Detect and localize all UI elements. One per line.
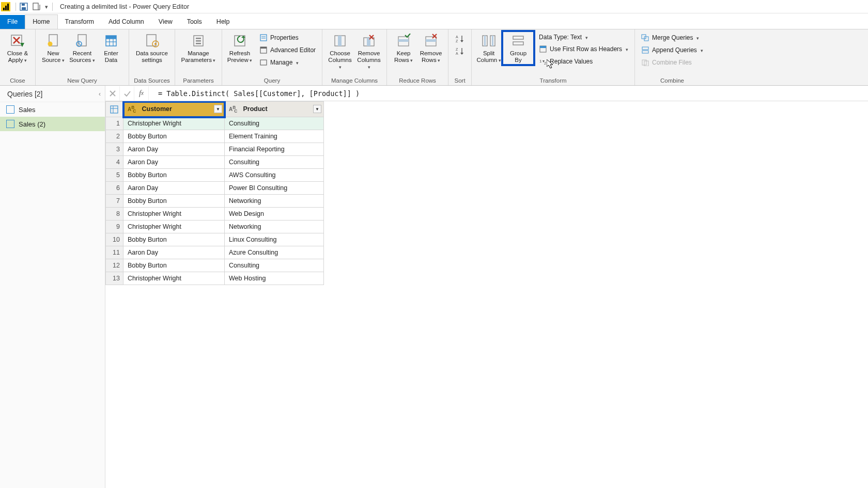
- table-row[interactable]: 13Christopher WrightWeb Hosting: [106, 272, 324, 285]
- cell-customer[interactable]: Aaron Day: [123, 143, 225, 156]
- cell-product[interactable]: Web Hosting: [225, 272, 324, 285]
- cell-product[interactable]: Networking: [225, 195, 324, 208]
- tab-file[interactable]: File: [0, 15, 25, 29]
- combine-files-button[interactable]: Combine Files: [638, 57, 706, 68]
- query-item[interactable]: Sales: [0, 102, 105, 117]
- svg-rect-31: [260, 35, 267, 41]
- merge-queries-button[interactable]: Merge Queries: [638, 33, 706, 43]
- tab-home[interactable]: Home: [25, 14, 57, 29]
- table-row[interactable]: 10Bobby BurtonLinux Consulting: [106, 233, 324, 246]
- table-row[interactable]: 9Christopher WrightNetworking: [106, 221, 324, 233]
- cell-customer[interactable]: Aaron Day: [123, 182, 225, 195]
- formula-cancel-button[interactable]: [105, 86, 120, 101]
- new-source-button[interactable]: New Source: [39, 32, 68, 65]
- column-filter-icon[interactable]: ▼: [214, 105, 222, 113]
- svg-rect-26: [196, 38, 201, 39]
- query-item[interactable]: Sales (2): [0, 117, 105, 131]
- cell-product[interactable]: Networking: [225, 221, 324, 233]
- formula-text[interactable]: = Table.Distinct( Sales[[Customer], [Pro…: [149, 89, 360, 98]
- enter-data-button[interactable]: Enter Data: [97, 32, 126, 65]
- table-row[interactable]: 2Bobby BurtonElement Training: [106, 130, 324, 143]
- cell-product[interactable]: Financial Reporting: [225, 143, 324, 156]
- column-header-product[interactable]: ABC Product ▼: [225, 102, 324, 117]
- tab-transform[interactable]: Transform: [58, 15, 102, 29]
- table-row[interactable]: 12Bobby BurtonConsulting: [106, 259, 324, 272]
- choose-columns-button[interactable]: Choose Columns: [326, 32, 354, 71]
- sort-ascending-button[interactable]: AZ: [455, 34, 465, 44]
- qa-dropdown-icon[interactable]: ▾: [43, 4, 50, 10]
- split-column-button[interactable]: Split Column: [475, 32, 503, 65]
- svg-rect-2: [22, 4, 25, 6]
- replace-values-button[interactable]: 12 Replace Values: [536, 56, 631, 67]
- group-data-sources: Data source settings Data Sources: [129, 29, 175, 85]
- data-grid[interactable]: ABC Customer ▼ ABC Product ▼ 1Christophe…: [105, 101, 868, 488]
- cell-product[interactable]: Linux Consulting: [225, 233, 324, 246]
- keep-rows-button[interactable]: Keep Rows: [390, 32, 417, 65]
- merge-icon: [641, 34, 649, 42]
- group-label: Transform: [472, 76, 634, 85]
- document-icon[interactable]: [30, 1, 42, 12]
- cell-product[interactable]: Azure Consulting: [225, 246, 324, 259]
- save-icon[interactable]: [18, 1, 29, 12]
- table-row[interactable]: 4Aaron DayConsulting: [106, 156, 324, 169]
- remove-columns-button[interactable]: Remove Columns: [354, 32, 383, 71]
- append-queries-button[interactable]: Append Queries: [638, 45, 706, 55]
- first-row-headers-button[interactable]: Use First Row as Headers: [536, 44, 631, 54]
- headers-icon: [539, 45, 547, 53]
- cell-customer[interactable]: Bobby Burton: [123, 259, 225, 272]
- cell-customer[interactable]: Christopher Wright: [123, 208, 225, 221]
- table-row[interactable]: 1Christopher WrightConsulting: [106, 117, 324, 130]
- tab-add-column[interactable]: Add Column: [101, 15, 151, 29]
- cell-product[interactable]: Consulting: [225, 259, 324, 272]
- column-header-customer[interactable]: ABC Customer ▼: [123, 102, 225, 117]
- svg-rect-61: [513, 36, 523, 39]
- cell-customer[interactable]: Aaron Day: [123, 156, 225, 169]
- cell-customer[interactable]: Christopher Wright: [123, 221, 225, 233]
- formula-commit-button[interactable]: [120, 86, 134, 101]
- sort-descending-button[interactable]: ZA: [455, 46, 465, 56]
- cell-customer[interactable]: Bobby Burton: [123, 130, 225, 143]
- table-row[interactable]: 8Christopher WrightWeb Design: [106, 208, 324, 221]
- separator: [52, 3, 53, 11]
- recent-sources-button[interactable]: Recent Sources: [68, 32, 97, 65]
- table-row[interactable]: 6Aaron DayPower BI Consulting: [106, 182, 324, 195]
- close-and-apply-button[interactable]: Close & Apply: [3, 32, 32, 65]
- data-type-button[interactable]: Data Type: Text: [536, 33, 631, 42]
- manage-parameters-button[interactable]: Manage Parameters: [178, 32, 219, 65]
- cell-customer[interactable]: Aaron Day: [123, 246, 225, 259]
- cell-product[interactable]: AWS Consulting: [225, 169, 324, 182]
- svg-text:1: 1: [539, 59, 542, 64]
- remove-rows-button[interactable]: Remove Rows: [417, 32, 445, 65]
- manage-button[interactable]: Manage: [256, 57, 319, 68]
- table-corner[interactable]: [106, 102, 123, 117]
- table-row[interactable]: 5Bobby BurtonAWS Consulting: [106, 169, 324, 182]
- cell-product[interactable]: Power BI Consulting: [225, 182, 324, 195]
- main-area: Queries [2] ‹ SalesSales (2) fx = Table.…: [0, 86, 868, 488]
- cell-product[interactable]: Web Design: [225, 208, 324, 221]
- advanced-editor-button[interactable]: Advanced Editor: [256, 45, 319, 55]
- table-row[interactable]: 11Aaron DayAzure Consulting: [106, 246, 324, 259]
- cell-product[interactable]: Element Training: [225, 130, 324, 143]
- cell-product[interactable]: Consulting: [225, 117, 324, 130]
- tab-tools[interactable]: Tools: [180, 15, 209, 29]
- table-row[interactable]: 7Bobby BurtonNetworking: [106, 195, 324, 208]
- column-filter-icon[interactable]: ▼: [313, 105, 321, 113]
- table-row[interactable]: 3Aaron DayFinancial Reporting: [106, 143, 324, 156]
- cell-customer[interactable]: Bobby Burton: [123, 169, 225, 182]
- tab-help[interactable]: Help: [209, 15, 237, 29]
- collapse-pane-icon[interactable]: ‹: [99, 90, 101, 98]
- group-by-button[interactable]: Group By: [503, 32, 534, 65]
- cell-customer[interactable]: Christopher Wright: [123, 272, 225, 285]
- cell-customer[interactable]: Bobby Burton: [123, 195, 225, 208]
- fx-icon[interactable]: fx: [134, 86, 149, 101]
- cell-product[interactable]: Consulting: [225, 156, 324, 169]
- svg-rect-1: [22, 7, 26, 10]
- tab-view[interactable]: View: [151, 15, 180, 29]
- group-label: Combine: [635, 76, 709, 85]
- refresh-preview-button[interactable]: Refresh Preview: [225, 32, 254, 65]
- properties-button[interactable]: Properties: [256, 33, 319, 43]
- manage-icon: [259, 58, 268, 67]
- data-source-settings-button[interactable]: Data source settings: [132, 32, 172, 65]
- cell-customer[interactable]: Christopher Wright: [123, 117, 225, 130]
- cell-customer[interactable]: Bobby Burton: [123, 233, 225, 246]
